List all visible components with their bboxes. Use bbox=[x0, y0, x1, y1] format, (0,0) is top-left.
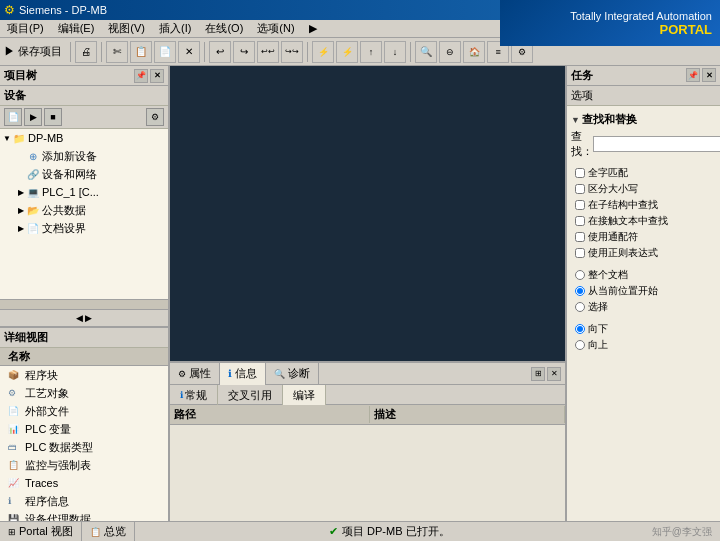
right-panel-space bbox=[567, 360, 720, 541]
diagnostics-tab-label: 诊断 bbox=[288, 366, 310, 381]
diagram-area[interactable] bbox=[170, 66, 565, 361]
panel-close-btn[interactable]: ✕ bbox=[150, 69, 164, 83]
network-icon: 🔗 bbox=[26, 167, 40, 181]
device-stop-btn[interactable]: ■ bbox=[44, 108, 62, 126]
toolbar-copy[interactable]: 📋 bbox=[130, 41, 152, 63]
traces-icon: 📈 bbox=[8, 478, 22, 488]
menu-insert[interactable]: 插入(I) bbox=[156, 20, 194, 37]
menu-options[interactable]: 选项(N) bbox=[254, 20, 297, 37]
toolbar-paste[interactable]: 📄 bbox=[154, 41, 176, 63]
toolbar-zoom-in[interactable]: 🔍 bbox=[415, 41, 437, 63]
checkboxes-section: 全字匹配 区分大小写 在子结构中查找 在接触文本中查找 使用通配符 bbox=[571, 162, 716, 264]
tab-properties[interactable]: ⚙ 属性 bbox=[170, 363, 220, 385]
toolbar-go-offline[interactable]: ⚡ bbox=[336, 41, 358, 63]
toolbar-zoom-out[interactable]: ⊖ bbox=[439, 41, 461, 63]
tasks-pin-btn[interactable]: 📌 bbox=[686, 68, 700, 82]
menu-edit[interactable]: 编辑(E) bbox=[55, 20, 98, 37]
detail-item-monitor[interactable]: 📋 监控与强制表 bbox=[0, 456, 168, 474]
tab-diagnostics[interactable]: 🔍 诊断 bbox=[266, 363, 319, 385]
panel-pin-btn[interactable]: 📌 bbox=[134, 69, 148, 83]
subtab-compile[interactable]: 编译 bbox=[283, 385, 326, 405]
radio-whole-doc-label: 整个文档 bbox=[588, 268, 628, 282]
checkbox-comments-input[interactable] bbox=[575, 216, 585, 226]
tree-scrollbar[interactable] bbox=[0, 299, 168, 309]
detail-item-external-files[interactable]: 📄 外部文件 bbox=[0, 402, 168, 420]
tree-item-plc1[interactable]: ▶ 💻 PLC_1 [C... bbox=[0, 183, 168, 201]
menu-more[interactable]: ▶ bbox=[306, 21, 320, 36]
find-replace-section: ▼ 查找和替换 查找： 全字匹配 区分大小写 在子结构中查找 bbox=[567, 106, 720, 360]
tree-item-network[interactable]: 🔗 设备和网络 bbox=[0, 165, 168, 183]
find-replace-arrow: ▼ bbox=[571, 115, 580, 125]
tree-label-common: 公共数据 bbox=[42, 203, 86, 218]
toolbar-print[interactable]: 🖨 bbox=[75, 41, 97, 63]
radio-whole-doc-input[interactable] bbox=[575, 270, 585, 280]
tree-item-dp-mb[interactable]: ▼ 📁 DP-MB bbox=[0, 129, 168, 147]
detail-label-tech-objects: 工艺对象 bbox=[25, 386, 69, 401]
detail-item-program-info[interactable]: ℹ 程序信息 bbox=[0, 492, 168, 510]
radio-selection-input[interactable] bbox=[575, 302, 585, 312]
detail-label-plc-variables: PLC 变量 bbox=[25, 422, 71, 437]
menu-online[interactable]: 在线(O) bbox=[202, 20, 246, 37]
toolbar-upload[interactable]: ↑ bbox=[360, 41, 382, 63]
subtab-general[interactable]: ℹ 常规 bbox=[170, 385, 218, 405]
subtab-cross-ref[interactable]: 交叉引用 bbox=[218, 385, 283, 405]
toolbar-delete[interactable]: ✕ bbox=[178, 41, 200, 63]
tasks-close-btn[interactable]: ✕ bbox=[702, 68, 716, 82]
app-logo: ⚙ bbox=[4, 3, 15, 17]
detail-label-external-files: 外部文件 bbox=[25, 404, 69, 419]
bottom-panel-expand-btn[interactable]: ⊞ bbox=[531, 367, 545, 381]
plc-icon: 💻 bbox=[26, 185, 40, 199]
right-panel: 任务 📌 ✕ 选项 ▼ 查找和替换 查找： 全字 bbox=[565, 66, 720, 541]
checkbox-wildcard-input[interactable] bbox=[575, 232, 585, 242]
overview-label: 总览 bbox=[104, 524, 126, 539]
toolbar-cut[interactable]: ✄ bbox=[106, 41, 128, 63]
info-tab-icon: ℹ bbox=[228, 368, 232, 379]
detail-item-tech-objects[interactable]: ⚙ 工艺对象 bbox=[0, 384, 168, 402]
checkbox-full-word: 全字匹配 bbox=[575, 166, 716, 180]
statusbar-right: 知乎@李文强 bbox=[644, 525, 720, 539]
detail-item-plc-variables[interactable]: 📊 PLC 变量 bbox=[0, 420, 168, 438]
device-play-btn[interactable]: ▶ bbox=[24, 108, 42, 126]
toolbar-go-online[interactable]: ⚡ bbox=[312, 41, 334, 63]
checkbox-full-word-input[interactable] bbox=[575, 168, 585, 178]
toolbar-undo-all[interactable]: ↩↩ bbox=[257, 41, 279, 63]
toolbar-undo[interactable]: ↩ bbox=[209, 41, 231, 63]
radio-up-input[interactable] bbox=[575, 340, 585, 350]
radio-down: 向下 bbox=[575, 322, 716, 336]
overview-btn[interactable]: 📋 总览 bbox=[82, 522, 135, 542]
external-files-icon: 📄 bbox=[8, 406, 22, 416]
checkbox-substructure-input[interactable] bbox=[575, 200, 585, 210]
bottom-panel-close-btn[interactable]: ✕ bbox=[547, 367, 561, 381]
menu-view[interactable]: 视图(V) bbox=[105, 20, 148, 37]
device-add-btn[interactable]: 📄 bbox=[4, 108, 22, 126]
find-input[interactable] bbox=[593, 136, 720, 152]
detail-item-plc-datatypes[interactable]: 🗃 PLC 数据类型 bbox=[0, 438, 168, 456]
menu-project[interactable]: 项目(P) bbox=[4, 20, 47, 37]
tab-info[interactable]: ℹ 信息 bbox=[220, 363, 266, 385]
radio-whole-doc: 整个文档 bbox=[575, 268, 716, 282]
checkbox-case-input[interactable] bbox=[575, 184, 585, 194]
tree-item-common[interactable]: ▶ 📂 公共数据 bbox=[0, 201, 168, 219]
tree-item-docs[interactable]: ▶ 📄 文档设界 bbox=[0, 219, 168, 237]
tree-item-add-device[interactable]: ⊕ 添加新设备 bbox=[0, 147, 168, 165]
toolbar-separator5 bbox=[410, 42, 411, 62]
radio-from-current-input[interactable] bbox=[575, 286, 585, 296]
checkbox-regex-input[interactable] bbox=[575, 248, 585, 258]
find-replace-title: 查找和替换 bbox=[582, 112, 637, 127]
tasks-title: 任务 bbox=[571, 68, 593, 83]
detail-item-program-blocks[interactable]: 📦 程序块 bbox=[0, 366, 168, 384]
detail-label-plc-datatypes: PLC 数据类型 bbox=[25, 440, 93, 455]
device-sync-btn[interactable]: ⚙ bbox=[146, 108, 164, 126]
radio-down-input[interactable] bbox=[575, 324, 585, 334]
tia-portal-header: Totally Integrated Automation PORTAL bbox=[500, 0, 720, 46]
project-tree: ▼ 📁 DP-MB ⊕ 添加新设备 🔗 设备和网络 ▶ 💻 PLC_1 [C bbox=[0, 129, 168, 299]
portal-view-btn[interactable]: ⊞ Portal 视图 bbox=[0, 522, 82, 542]
diagnostics-tab-icon: 🔍 bbox=[274, 369, 285, 379]
toolbar-download[interactable]: ↓ bbox=[384, 41, 406, 63]
detail-item-traces[interactable]: 📈 Traces bbox=[0, 474, 168, 492]
toolbar-home[interactable]: 🏠 bbox=[463, 41, 485, 63]
toolbar-redo[interactable]: ↪ bbox=[233, 41, 255, 63]
collapse-left-btn[interactable]: ◀ ▶ bbox=[0, 309, 168, 327]
toolbar-separator2 bbox=[101, 42, 102, 62]
toolbar-redo-all[interactable]: ↪↪ bbox=[281, 41, 303, 63]
